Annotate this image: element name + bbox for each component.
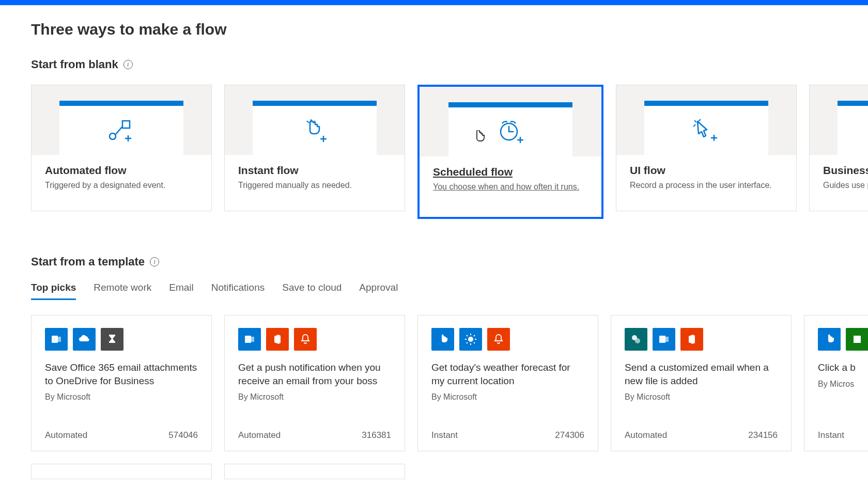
tab-save-to-cloud[interactable]: Save to cloud [282,282,342,300]
template-card-icons [625,328,778,351]
page-title: Three ways to make a flow [31,21,868,38]
info-icon[interactable]: i [150,257,159,266]
office-icon [680,328,703,351]
outlook-icon [45,328,68,351]
template-card-icons [45,328,198,351]
svg-point-31 [635,338,640,343]
automated-icon [109,119,134,143]
flow-card-illustration [616,85,796,155]
office-icon [266,328,289,351]
template-card-author: By Micros [818,380,868,389]
flow-card-illus-inner [59,101,183,155]
svg-rect-33 [663,337,669,342]
svg-point-21 [468,337,473,342]
template-card[interactable]: Save Office 365 email attachments to One… [31,315,212,451]
flow-card-business[interactable]: Business Guides use process. [809,85,868,211]
template-card[interactable]: Send a customized email when a new file … [611,315,792,451]
instant-icon [301,118,329,143]
flow-card-scheduled[interactable]: Scheduled flow You choose when and how o… [417,85,603,219]
flow-card-title: UI flow [630,164,783,177]
bell-icon [294,328,317,351]
flow-card-title: Scheduled flow [433,166,588,178]
template-card-title: Click a b [818,361,868,374]
template-tabs: Top picksRemote workEmailNotificationsSa… [31,282,868,301]
flow-card-instant[interactable]: Instant flow Triggered manually as neede… [224,85,405,211]
bell-icon [487,328,510,351]
tab-email[interactable]: Email [169,282,194,300]
weather-icon [459,328,482,351]
template-card[interactable]: Click a b By Micros Instant [804,315,868,451]
flow-card-desc: Triggered manually as needed. [238,181,391,190]
flow-card-illustration [420,87,601,156]
template-card-footer: Automated 234156 [625,430,778,440]
outlook-icon [653,328,675,351]
tab-approval[interactable]: Approval [359,282,398,300]
template-card-footer: Automated 316381 [238,430,391,440]
template-cards-row-2 [31,464,868,479]
template-card-placeholder[interactable] [224,464,405,479]
flow-card-illus-inner [253,101,377,155]
svg-line-28 [474,335,475,336]
template-card-author: By Microsoft [625,392,778,402]
page-content: Three ways to make a flow Start from bla… [0,5,868,479]
flow-card-desc: Guides use process. [823,181,868,190]
flow-card-body: Business Guides use process. [810,155,868,211]
scheduled-icon [495,119,525,145]
template-card-icons [818,328,868,351]
template-card-title: Save Office 365 email attachments to One… [45,361,198,387]
flow-card-uiflow[interactable]: UI flow Record a process in the user int… [616,85,797,211]
uiflow-icon [692,118,720,143]
svg-line-13 [693,124,695,127]
flow-card-illus-inner [448,102,572,156]
square-icon [846,328,868,351]
template-card-count: 316381 [362,430,391,440]
svg-line-27 [474,342,475,343]
template-card[interactable]: Get a push notification when you receive… [224,315,405,451]
svg-line-5 [307,121,309,123]
info-icon[interactable]: i [123,60,133,69]
tab-notifications[interactable]: Notifications [211,282,265,300]
svg-rect-18 [56,337,61,342]
blank-section-header: Start from blank i [31,58,868,71]
template-card-icons [238,328,391,351]
tab-remote-work[interactable]: Remote work [94,282,151,300]
top-app-bar [0,0,868,5]
template-card-type: Automated [625,430,667,440]
tap-icon [818,328,841,351]
tab-top-picks[interactable]: Top picks [31,282,76,300]
flow-card-title: Business [823,164,868,177]
template-card-type: Automated [45,430,87,440]
svg-line-26 [467,335,468,336]
flow-card-desc: Record a process in the user interface. [630,181,783,190]
svg-line-29 [467,342,468,343]
template-card-author: By Microsoft [45,392,198,402]
flow-card-body: Scheduled flow You choose when and how o… [420,156,601,217]
template-section-header: Start from a template i [31,255,868,269]
svg-line-14 [694,120,696,122]
template-section-title: Start from a template [31,255,145,269]
svg-rect-0 [122,121,130,128]
flow-card-automated[interactable]: Automated flow Triggered by a designated… [31,85,212,211]
svg-line-12 [699,119,701,121]
template-cards-row: Save Office 365 email attachments to One… [31,315,868,451]
flow-card-title: Automated flow [45,164,198,177]
flow-card-title: Instant flow [238,164,391,177]
template-card-icons [431,328,584,351]
cursor-icon [472,130,486,146]
template-card-count: 274306 [555,430,584,440]
flow-card-body: Instant flow Triggered manually as neede… [225,155,405,211]
flow-card-illustration [225,85,405,155]
template-card-count: 234156 [748,430,778,440]
template-card-author: By Microsoft [238,392,391,402]
template-card-footer: Instant 274306 [431,430,584,440]
flow-card-illustration [810,85,868,155]
template-card-placeholder[interactable] [31,464,212,479]
template-card-title: Send a customized email when a new file … [625,361,778,387]
template-card[interactable]: Get today's weather forecast for my curr… [417,315,598,451]
blank-section-title: Start from blank [31,58,118,71]
flow-card-desc: Triggered by a designated event. [45,181,198,190]
outlook-icon [238,328,261,351]
template-card-title: Get today's weather forecast for my curr… [431,361,584,387]
blank-cards-row: Automated flow Triggered by a designated… [31,85,868,219]
flow-card-illus-inner [644,101,768,155]
